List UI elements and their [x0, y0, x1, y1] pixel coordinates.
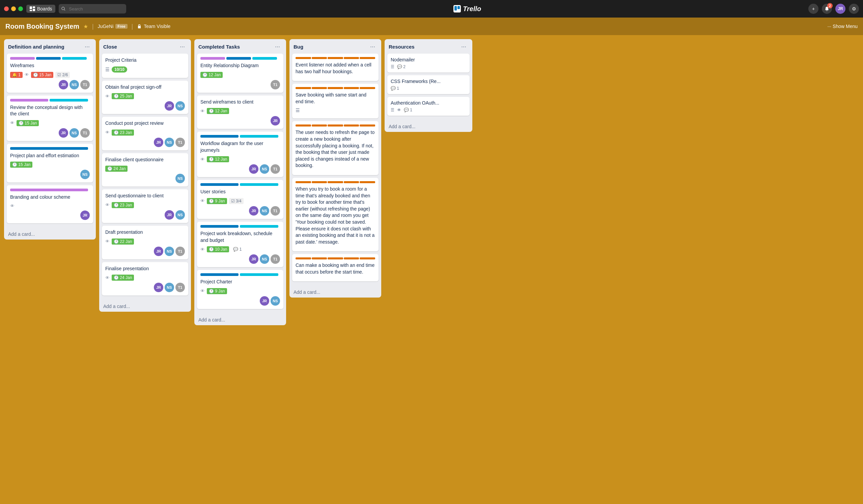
eye-icon: 👁: [200, 198, 205, 203]
fullscreen-button[interactable]: [18, 7, 23, 11]
card[interactable]: Project plan and effort estimation🕐 15 J…: [7, 144, 93, 183]
card[interactable]: Workflow diagram for the user journey/s👁…: [197, 131, 284, 177]
add-card-button[interactable]: Add a card...: [194, 314, 286, 325]
card[interactable]: Wireframes🔔 1👁🕐 15 Jan☑ 2/6JRNST1: [7, 54, 93, 93]
member-avatar: NS: [165, 283, 174, 292]
member-avatar: NS: [260, 254, 269, 264]
eye-icon: 👁: [105, 94, 110, 99]
card[interactable]: Obtain final project sign-off👁🕐 25 JanJR…: [102, 80, 188, 114]
card[interactable]: Event listener not added when a cell has…: [292, 54, 378, 81]
member-avatar: JR: [249, 164, 259, 174]
cards-container: Entity Relationship Diagram🕐 12 JanT1Sen…: [194, 54, 286, 314]
notifications-button[interactable]: 2: [822, 4, 832, 14]
resource-card-title: Nodemailer: [391, 57, 466, 62]
show-menu-button[interactable]: ··· Show Menu: [827, 24, 858, 29]
workspace-name: JuGeNi: [98, 24, 114, 29]
date-badge: 🕐 24 Jan: [112, 275, 134, 281]
card-color-strip: [200, 225, 280, 228]
add-card-button[interactable]: Add a card...: [289, 287, 381, 298]
eye-icon: 👁: [105, 130, 110, 135]
team-visible: Team Visible: [137, 24, 170, 29]
list-title: Resources: [389, 44, 415, 50]
card[interactable]: Save booking with same start and end tim…: [292, 84, 378, 118]
card[interactable]: Entity Relationship Diagram🕐 12 JanT1: [197, 54, 284, 93]
resource-card[interactable]: CSS Frameworks (Re...💬 1: [387, 75, 470, 94]
add-button[interactable]: +: [808, 4, 818, 14]
member-avatar: JR: [165, 101, 174, 111]
card-title: Project work breakdown, schedule and bud…: [200, 230, 280, 243]
card[interactable]: Project work breakdown, schedule and bud…: [197, 222, 284, 267]
card-members: NS: [105, 174, 185, 183]
resource-card[interactable]: Nodemailer☰💬 2: [387, 54, 470, 73]
cards-container: Event listener not added when a cell has…: [289, 54, 381, 287]
trello-wordmark: Trello: [463, 5, 481, 13]
member-avatar: T1: [175, 283, 185, 292]
card[interactable]: Review the conceptual design with the cl…: [7, 96, 93, 141]
card[interactable]: When you try to book a room for a time t…: [292, 178, 378, 251]
list-menu-button[interactable]: ···: [459, 42, 468, 51]
card[interactable]: Finalise presentation👁🕐 24 JanJRNST1: [102, 262, 188, 296]
card-title: The user needs to refresh the page to cr…: [296, 129, 375, 169]
member-avatar: NS: [175, 101, 185, 111]
eye-icon: 👁: [105, 275, 110, 280]
card[interactable]: Finalise client questionnaire🕐 24 JanNS: [102, 153, 188, 187]
date-badge: 🕐 24 Jan: [105, 166, 127, 172]
member-avatar: JR: [59, 80, 68, 89]
list-menu-button[interactable]: ···: [273, 42, 282, 51]
card-color-strip: [200, 57, 280, 60]
svg-rect-3: [33, 9, 35, 11]
card-color-strip: [10, 189, 90, 191]
list-menu-button[interactable]: ···: [368, 42, 377, 51]
date-badge: 🕐 15 Jan: [10, 162, 33, 168]
date-badge: 🕐 15 Jan: [31, 72, 53, 78]
resource-card[interactable]: Authentication OAuth...☰👁💬 1: [387, 97, 470, 116]
alert-badge: 🔔 1: [10, 72, 23, 78]
card-title: Project plan and effort estimation: [10, 152, 90, 159]
card[interactable]: The user needs to refresh the page to cr…: [292, 121, 378, 175]
star-icon[interactable]: ★: [83, 23, 88, 30]
card-badges: 👁: [10, 203, 90, 209]
card[interactable]: User stories👁🕐 9 Jan☑ 3/4JRNST1: [197, 180, 284, 219]
add-card-button[interactable]: Add a card...: [99, 301, 191, 312]
card[interactable]: Send wireframes to client👁🕐 12 JanJR: [197, 96, 284, 129]
divider2: |: [132, 23, 133, 30]
minimize-button[interactable]: [11, 7, 16, 11]
close-button[interactable]: [4, 7, 9, 11]
card-members: JRNS: [200, 296, 280, 306]
list-resources: Resources···Nodemailer☰💬 2CSS Frameworks…: [385, 39, 472, 132]
list-bug: Bug···Event listener not added when a ce…: [289, 39, 381, 298]
list-menu-button[interactable]: ···: [83, 42, 92, 51]
user-avatar-button[interactable]: JR: [835, 4, 846, 14]
boards-button[interactable]: Boards: [26, 5, 55, 13]
card[interactable]: Conduct post project review👁🕐 23 JanJRNS…: [102, 117, 188, 150]
trello-logo: Trello: [129, 5, 805, 13]
member-avatar: NS: [271, 296, 280, 306]
card-members: JR: [10, 211, 90, 220]
add-card-button[interactable]: Add a card...: [385, 121, 472, 132]
card[interactable]: Can make a booking with an end time that…: [292, 254, 378, 281]
card[interactable]: Project Criteria☰10/10: [102, 54, 188, 78]
search-input[interactable]: [59, 4, 126, 13]
card-badges: 👁🕐 24 Jan: [105, 275, 185, 281]
list-title: Close: [103, 44, 117, 50]
card-title: Finalise presentation: [105, 265, 185, 272]
card[interactable]: Draft presentation👁🕐 22 JanJRNST1: [102, 226, 188, 260]
card-members: JRNST1: [105, 138, 185, 147]
member-avatar: NS: [165, 247, 174, 256]
add-card-button[interactable]: Add a card...: [4, 229, 96, 240]
list-menu-button[interactable]: ···: [178, 42, 187, 51]
lines-icon: ☰: [105, 67, 110, 72]
card[interactable]: Project Charter👁🕐 9 JanJRNS: [197, 270, 284, 309]
card-members: JRNST1: [105, 247, 185, 256]
svg-rect-0: [30, 7, 32, 9]
member-avatar: JR: [59, 128, 68, 138]
card[interactable]: Branding and colour scheme👁JR: [7, 185, 93, 223]
comment-count: 💬 1: [391, 86, 399, 91]
free-badge: Free: [115, 24, 127, 29]
card[interactable]: Send questionnaire to client👁🕐 23 JanJRN…: [102, 189, 188, 223]
member-avatar: JR: [154, 283, 163, 292]
list-title: Definition and planning: [8, 44, 64, 50]
date-badge: 🕐 23 Jan: [112, 202, 134, 208]
settings-button[interactable]: ⚙: [849, 4, 859, 14]
list-completed: Completed Tasks···Entity Relationship Di…: [194, 39, 286, 325]
